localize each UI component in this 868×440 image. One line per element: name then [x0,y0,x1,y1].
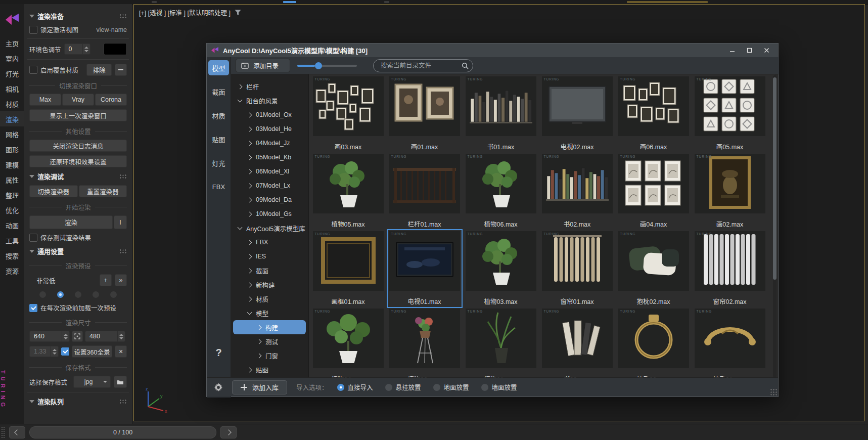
corona-render-window-button[interactable]: Corona [95,94,127,106]
model-item-14[interactable]: TURING植物03.max [463,231,539,309]
chevron-right-icon[interactable] [247,197,252,202]
chevron-right-icon[interactable] [238,84,243,89]
thumbnail-size-slider[interactable] [297,65,357,67]
nav-item-1[interactable]: 室内 [0,51,24,66]
model-thumbnail[interactable]: TURING [695,154,765,213]
next-frame-button[interactable] [220,426,237,438]
chevron-down-icon[interactable] [247,310,252,315]
add-to-library-button[interactable]: 添加入库 [232,380,287,394]
model-item-1[interactable]: TURING画01.max [386,76,463,154]
reset-renderer-button[interactable]: 重置渲染器 [79,185,127,197]
model-thumbnail[interactable]: TURING [389,231,460,291]
model-thumbnail[interactable]: TURING [618,309,689,368]
model-thumbnail[interactable]: TURING [542,231,613,291]
chevron-right-icon[interactable] [247,112,252,117]
model-thumbnail[interactable]: TURING [542,309,613,368]
restore-env-button[interactable]: 还原环境和效果设置 [29,155,127,167]
chevron-right-icon[interactable] [247,367,252,372]
spinner-arrows-icon[interactable] [117,331,125,341]
import-option-1[interactable]: 悬挂放置 [385,382,421,392]
spinner-arrows-icon[interactable] [82,44,90,54]
tab-4[interactable]: 灯光 [208,155,229,170]
model-thumbnail[interactable]: TURING [542,154,613,213]
model-thumbnail[interactable]: TURING [695,309,765,368]
nav-item-5[interactable]: 渲染 [0,111,24,126]
model-item-13[interactable]: TURING电视01.max [386,231,463,309]
override-material-checkbox[interactable] [29,66,37,74]
panel-header-render-debug[interactable]: 渲染调试 [29,171,127,181]
tree-item-9[interactable]: 10Model_Gs [233,207,306,221]
import-option-3[interactable]: 墙面放置 [481,382,517,392]
close-button[interactable] [759,45,774,56]
chevron-right-icon[interactable] [247,155,252,160]
tab-3[interactable]: 贴图 [208,131,229,147]
chevron-right-icon[interactable] [257,353,262,358]
tree-item-19[interactable]: 门窗 [233,348,306,363]
grid-scrollbar-thumb[interactable] [773,77,776,280]
app-logo-icon[interactable] [0,4,24,35]
chevron-down-icon[interactable] [238,225,243,230]
viewport-label-text[interactable]: [+] [透视 ] [标准 ] [默认明暗处理 ] [139,8,231,17]
tab-5[interactable]: FBX [208,179,229,194]
render-button[interactable]: 渲染 [29,215,113,229]
model-item-6[interactable]: TURING植物05.max [310,154,386,231]
clear-pano-button[interactable]: × [115,345,127,358]
model-item-18[interactable]: TURING植物04.max [310,309,386,378]
exclude-button[interactable]: 排除 [86,64,112,76]
preset-dot-2[interactable] [75,291,81,298]
previous-frame-button[interactable] [9,426,25,438]
vray-render-window-button[interactable]: Vray [62,94,94,106]
minimize-button[interactable] [724,45,740,56]
nav-item-13[interactable]: 工具 [0,233,24,248]
nav-item-8[interactable]: 建模 [0,157,24,172]
model-thumbnail[interactable]: TURING [466,76,536,136]
chevron-right-icon[interactable] [247,254,252,259]
add-preset-button[interactable]: + [100,274,112,286]
import-option-0[interactable]: 直接导入 [337,382,373,392]
chevron-right-icon[interactable] [247,141,252,146]
model-item-21[interactable]: TURING书03.max [539,309,615,378]
tree-item-10[interactable]: AnyCool5演示模型库 [233,221,306,235]
model-thumbnail[interactable]: TURING [313,231,384,291]
chevron-down-icon[interactable] [238,98,243,103]
radio-icon[interactable] [481,384,488,391]
model-item-0[interactable]: TURING画03.max [310,76,386,154]
lock-view-checkbox[interactable] [29,26,37,34]
close-render-log-button[interactable]: 关闭渲染日志消息 [29,140,127,152]
radio-icon[interactable] [337,384,344,391]
model-item-23[interactable]: TURING拉手01.max [692,309,768,378]
chevron-right-icon[interactable] [247,282,252,287]
help-button[interactable]: ? [207,347,231,359]
drag-grip-icon[interactable] [119,399,127,404]
format-select[interactable]: jpg [73,376,111,388]
model-item-3[interactable]: TURING电视02.max [539,76,615,154]
tree-item-18[interactable]: 测试 [233,334,306,348]
model-thumbnail[interactable]: TURING [466,231,536,291]
spinner-arrows-icon[interactable] [62,331,69,341]
window-titlebar[interactable]: AnyCool D:\AnyCool5演示模型库\模型\构建 [30] [207,43,778,57]
model-thumbnail[interactable]: TURING [618,231,689,291]
radio-icon[interactable] [385,384,392,391]
nav-item-0[interactable]: 主页 [0,35,24,51]
model-thumbnail[interactable]: TURING [695,231,765,291]
switch-renderer-button[interactable]: 切换渲染器 [29,185,78,197]
model-thumbnail[interactable]: TURING [618,76,689,136]
model-thumbnail[interactable]: TURING [389,76,460,136]
model-item-9[interactable]: TURING书02.max [539,154,615,231]
load-preset-checkbox[interactable] [29,304,37,312]
nav-item-15[interactable]: 资源 [0,263,24,278]
tree-item-14[interactable]: 新构建 [233,278,306,292]
model-thumbnail[interactable]: TURING [389,309,460,368]
model-item-10[interactable]: TURING画04.max [615,154,692,231]
model-item-2[interactable]: TURING书01.max [463,76,539,154]
browse-folder-button[interactable] [114,376,127,388]
chevron-right-icon[interactable] [247,240,252,245]
import-option-2[interactable]: 地面放置 [433,382,469,392]
model-item-17[interactable]: TURING窗帘02.max [692,231,768,309]
nav-item-7[interactable]: 图形 [0,142,24,157]
chevron-right-icon[interactable] [257,339,262,344]
model-item-19[interactable]: TURING植物02.max [386,309,463,378]
model-item-20[interactable]: TURING植物01.max [463,309,539,378]
preset-dot-3[interactable] [93,291,99,298]
nav-item-10[interactable]: 整理 [0,187,24,202]
